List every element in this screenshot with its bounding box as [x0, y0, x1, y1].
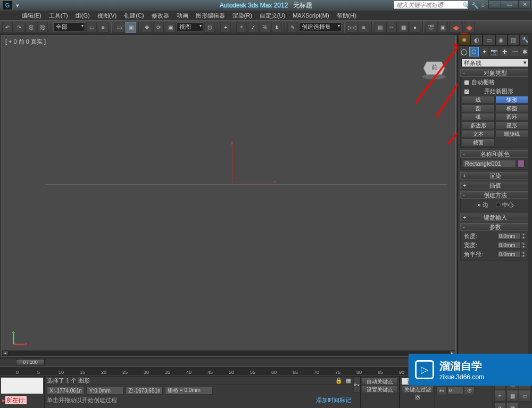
ellipse-button[interactable]: 椭圆 — [495, 104, 528, 112]
zoom-all-button[interactable]: ▦ — [506, 390, 518, 402]
command-panel-scrollbar[interactable] — [528, 34, 532, 358]
ref-coord-dropdown[interactable]: 视图 — [177, 22, 203, 32]
width-down[interactable]: ▾ — [521, 245, 526, 248]
select-rect-button[interactable]: ▭ — [114, 22, 124, 32]
modify-tab[interactable]: ◐ — [470, 34, 483, 46]
undo-button[interactable]: ↶ — [2, 22, 13, 32]
mirror-button[interactable]: ▷◁ — [347, 22, 358, 32]
keyboard-header[interactable]: +键盘输入 — [460, 214, 530, 221]
time-slider-handle[interactable]: 0 / 100 — [16, 359, 45, 365]
schematic-button[interactable]: ▦ — [398, 22, 409, 32]
minimize-button[interactable]: — — [488, 0, 501, 9]
params-header[interactable]: -参数 — [460, 223, 530, 231]
object-name-input[interactable] — [463, 160, 516, 167]
named-sel-button[interactable]: ✎ — [287, 22, 298, 32]
name-color-header[interactable]: -名称和颜色 — [460, 150, 530, 158]
search-input[interactable] — [396, 2, 466, 8]
time-slider[interactable]: 0 / 100 — [0, 358, 408, 366]
app-icon[interactable]: G — [2, 1, 13, 10]
circle-button[interactable]: 圆 — [462, 104, 495, 112]
selection-filter-dropdown[interactable]: 全部 — [53, 22, 85, 32]
move-button[interactable]: ✥ — [142, 22, 152, 32]
menu-help[interactable]: 帮助(H) — [334, 12, 360, 20]
menu-animation[interactable]: 动画 — [173, 12, 192, 20]
hierarchy-tab[interactable]: ▭ — [483, 34, 495, 46]
select-name-button[interactable]: ≡ — [98, 22, 109, 32]
link-button[interactable]: ⛓ — [26, 22, 36, 32]
scroll-left-icon[interactable]: ◂ — [2, 350, 9, 356]
autogrid-checkbox[interactable] — [464, 80, 469, 85]
render-prod-button[interactable]: 🫖 — [464, 22, 475, 32]
render-setup-button[interactable]: 🎬 — [426, 22, 436, 32]
object-type-header[interactable]: -对象类型 — [460, 69, 530, 77]
method-header[interactable]: -创建方法 — [460, 191, 530, 199]
object-color-swatch[interactable] — [517, 160, 525, 167]
percent-snap-button[interactable]: % — [260, 22, 270, 32]
corner-input[interactable] — [497, 251, 521, 258]
star-button[interactable]: 星形 — [495, 121, 528, 129]
menu-tools[interactable]: 工具(T) — [46, 12, 71, 20]
ngon-button[interactable]: 多边形 — [462, 121, 495, 129]
menu-maxscript[interactable]: MAXScript(M) — [289, 12, 332, 19]
rectangle-button[interactable]: 矩形 — [495, 96, 528, 104]
lights-category[interactable]: ✦ — [479, 47, 489, 56]
length-down[interactable]: ▾ — [521, 236, 526, 239]
manip-button[interactable]: ✦ — [220, 22, 231, 32]
corner-down[interactable]: ▾ — [521, 254, 526, 257]
render-frame-button[interactable]: ▣ — [437, 22, 448, 32]
align-button[interactable]: ≡ — [359, 22, 369, 32]
material-button[interactable]: ● — [410, 22, 420, 32]
render-header[interactable]: +渲染 — [460, 172, 530, 179]
geometry-category[interactable]: ◯ — [459, 47, 469, 56]
lock-icon[interactable]: 🔒 — [335, 377, 343, 384]
select-window-button[interactable]: ▣ — [126, 22, 136, 32]
max-toggle-button[interactable]: ▣ — [506, 402, 518, 408]
interp-header[interactable]: +插值 — [460, 182, 530, 189]
coord-toggle-icon[interactable]: ▦ — [346, 377, 351, 384]
time-config-button[interactable]: ⏱ — [464, 387, 475, 395]
spinner-snap-button[interactable]: ⬍ — [271, 22, 282, 32]
render-button[interactable]: 🫖 — [449, 22, 463, 32]
create-tab[interactable]: ✺ — [458, 34, 470, 46]
scale-button[interactable]: ▣ — [165, 22, 176, 32]
zoom-region-button[interactable]: ▭ — [519, 390, 530, 402]
line-button[interactable]: 线 — [462, 96, 495, 104]
length-input[interactable] — [497, 233, 521, 240]
qat-dropdown-icon[interactable]: ▾ — [16, 2, 19, 9]
rotate-button[interactable]: ⟳ — [153, 22, 164, 32]
viewcube[interactable]: 前 — [421, 58, 447, 80]
z-coord-input[interactable] — [134, 388, 160, 394]
viewport-hscroll[interactable]: ◂ ▸ — [2, 350, 455, 356]
autokey-button[interactable]: 自动关键点 — [362, 378, 398, 385]
helpers-category[interactable]: ✚ — [500, 47, 509, 56]
search-icon[interactable]: 🔍 — [462, 2, 470, 9]
menu-group[interactable]: 组(G) — [72, 12, 93, 20]
add-time-tag[interactable]: 添加时间标记 — [316, 396, 351, 404]
menu-views[interactable]: 视图(V) — [94, 12, 120, 20]
current-frame-input[interactable] — [447, 387, 463, 394]
text-button[interactable]: 文本 — [462, 130, 495, 138]
x-coord-input[interactable] — [55, 388, 81, 394]
menu-grapheditors[interactable]: 图形编辑器 — [193, 12, 228, 20]
search-box[interactable] — [394, 1, 468, 9]
menu-customize[interactable]: 自定义(U) — [256, 12, 288, 20]
star-icon[interactable]: ☆ — [480, 2, 486, 9]
curve-editor-button[interactable]: 〰 — [386, 22, 397, 32]
named-sel-dropdown[interactable]: 创建选择集 — [299, 22, 342, 32]
select-button[interactable]: ▭ — [86, 22, 97, 32]
unlink-button[interactable]: ⛓ — [37, 22, 48, 32]
layers-button[interactable]: ▤ — [375, 22, 385, 32]
maximize-button[interactable]: ▭ — [501, 0, 519, 9]
cameras-category[interactable]: 📷 — [489, 47, 499, 56]
subcategory-dropdown[interactable]: 样条线 — [461, 59, 529, 67]
keyfilter-button[interactable]: 关键点过滤器 — [401, 386, 434, 393]
snap-button[interactable]: ⌖ — [236, 22, 247, 32]
redo-button[interactable]: ↷ — [14, 22, 24, 32]
y-coord-input[interactable] — [94, 388, 121, 394]
arc-button[interactable]: 弧 — [462, 113, 495, 121]
center-radio[interactable] — [496, 202, 501, 207]
startnew-checkbox[interactable]: ✓ — [464, 89, 469, 94]
section-button[interactable]: 截面 — [462, 138, 495, 146]
close-button[interactable]: ✕ — [518, 0, 531, 9]
time-ruler[interactable]: 051015202530354045505560657075808590 — [0, 366, 408, 375]
